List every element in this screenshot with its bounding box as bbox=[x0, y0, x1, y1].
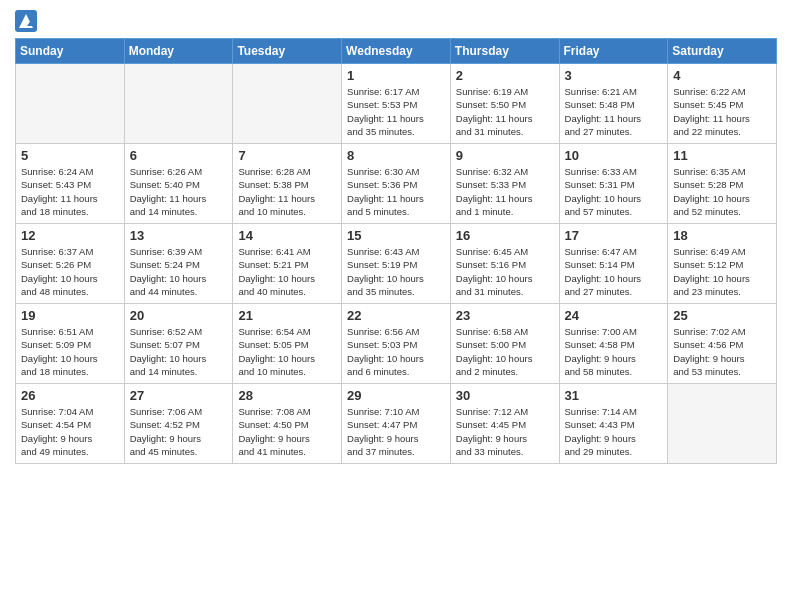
calendar-cell: 26Sunrise: 7:04 AM Sunset: 4:54 PM Dayli… bbox=[16, 384, 125, 464]
calendar-cell: 11Sunrise: 6:35 AM Sunset: 5:28 PM Dayli… bbox=[668, 144, 777, 224]
calendar-cell: 2Sunrise: 6:19 AM Sunset: 5:50 PM Daylig… bbox=[450, 64, 559, 144]
calendar-cell: 6Sunrise: 6:26 AM Sunset: 5:40 PM Daylig… bbox=[124, 144, 233, 224]
logo bbox=[15, 10, 37, 32]
day-number: 19 bbox=[21, 308, 119, 323]
week-row-4: 26Sunrise: 7:04 AM Sunset: 4:54 PM Dayli… bbox=[16, 384, 777, 464]
week-row-3: 19Sunrise: 6:51 AM Sunset: 5:09 PM Dayli… bbox=[16, 304, 777, 384]
weekday-header-friday: Friday bbox=[559, 39, 668, 64]
day-info: Sunrise: 6:52 AM Sunset: 5:07 PM Dayligh… bbox=[130, 325, 228, 378]
day-number: 29 bbox=[347, 388, 445, 403]
day-info: Sunrise: 7:14 AM Sunset: 4:43 PM Dayligh… bbox=[565, 405, 663, 458]
day-info: Sunrise: 6:39 AM Sunset: 5:24 PM Dayligh… bbox=[130, 245, 228, 298]
calendar-cell: 21Sunrise: 6:54 AM Sunset: 5:05 PM Dayli… bbox=[233, 304, 342, 384]
day-number: 14 bbox=[238, 228, 336, 243]
week-row-0: 1Sunrise: 6:17 AM Sunset: 5:53 PM Daylig… bbox=[16, 64, 777, 144]
day-info: Sunrise: 7:08 AM Sunset: 4:50 PM Dayligh… bbox=[238, 405, 336, 458]
day-info: Sunrise: 6:58 AM Sunset: 5:00 PM Dayligh… bbox=[456, 325, 554, 378]
day-number: 9 bbox=[456, 148, 554, 163]
calendar-cell: 29Sunrise: 7:10 AM Sunset: 4:47 PM Dayli… bbox=[342, 384, 451, 464]
day-info: Sunrise: 7:10 AM Sunset: 4:47 PM Dayligh… bbox=[347, 405, 445, 458]
day-info: Sunrise: 6:49 AM Sunset: 5:12 PM Dayligh… bbox=[673, 245, 771, 298]
day-number: 3 bbox=[565, 68, 663, 83]
week-row-1: 5Sunrise: 6:24 AM Sunset: 5:43 PM Daylig… bbox=[16, 144, 777, 224]
calendar-cell: 16Sunrise: 6:45 AM Sunset: 5:16 PM Dayli… bbox=[450, 224, 559, 304]
day-info: Sunrise: 7:12 AM Sunset: 4:45 PM Dayligh… bbox=[456, 405, 554, 458]
day-number: 11 bbox=[673, 148, 771, 163]
calendar-cell: 3Sunrise: 6:21 AM Sunset: 5:48 PM Daylig… bbox=[559, 64, 668, 144]
day-info: Sunrise: 6:24 AM Sunset: 5:43 PM Dayligh… bbox=[21, 165, 119, 218]
day-number: 30 bbox=[456, 388, 554, 403]
calendar-cell: 18Sunrise: 6:49 AM Sunset: 5:12 PM Dayli… bbox=[668, 224, 777, 304]
day-number: 6 bbox=[130, 148, 228, 163]
header bbox=[15, 10, 777, 32]
calendar-cell: 8Sunrise: 6:30 AM Sunset: 5:36 PM Daylig… bbox=[342, 144, 451, 224]
day-number: 26 bbox=[21, 388, 119, 403]
day-info: Sunrise: 6:22 AM Sunset: 5:45 PM Dayligh… bbox=[673, 85, 771, 138]
day-number: 25 bbox=[673, 308, 771, 323]
day-number: 17 bbox=[565, 228, 663, 243]
weekday-header-thursday: Thursday bbox=[450, 39, 559, 64]
day-number: 16 bbox=[456, 228, 554, 243]
day-number: 27 bbox=[130, 388, 228, 403]
calendar-cell bbox=[668, 384, 777, 464]
calendar-cell bbox=[16, 64, 125, 144]
day-info: Sunrise: 7:04 AM Sunset: 4:54 PM Dayligh… bbox=[21, 405, 119, 458]
calendar-cell bbox=[124, 64, 233, 144]
day-info: Sunrise: 6:30 AM Sunset: 5:36 PM Dayligh… bbox=[347, 165, 445, 218]
day-number: 18 bbox=[673, 228, 771, 243]
day-info: Sunrise: 6:28 AM Sunset: 5:38 PM Dayligh… bbox=[238, 165, 336, 218]
calendar-cell: 23Sunrise: 6:58 AM Sunset: 5:00 PM Dayli… bbox=[450, 304, 559, 384]
weekday-header-monday: Monday bbox=[124, 39, 233, 64]
calendar-cell: 22Sunrise: 6:56 AM Sunset: 5:03 PM Dayli… bbox=[342, 304, 451, 384]
day-number: 10 bbox=[565, 148, 663, 163]
calendar-cell: 9Sunrise: 6:32 AM Sunset: 5:33 PM Daylig… bbox=[450, 144, 559, 224]
calendar-cell: 25Sunrise: 7:02 AM Sunset: 4:56 PM Dayli… bbox=[668, 304, 777, 384]
day-info: Sunrise: 6:32 AM Sunset: 5:33 PM Dayligh… bbox=[456, 165, 554, 218]
calendar-cell: 13Sunrise: 6:39 AM Sunset: 5:24 PM Dayli… bbox=[124, 224, 233, 304]
calendar-cell: 12Sunrise: 6:37 AM Sunset: 5:26 PM Dayli… bbox=[16, 224, 125, 304]
day-info: Sunrise: 6:33 AM Sunset: 5:31 PM Dayligh… bbox=[565, 165, 663, 218]
calendar-cell: 17Sunrise: 6:47 AM Sunset: 5:14 PM Dayli… bbox=[559, 224, 668, 304]
calendar-cell: 31Sunrise: 7:14 AM Sunset: 4:43 PM Dayli… bbox=[559, 384, 668, 464]
weekday-header-sunday: Sunday bbox=[16, 39, 125, 64]
calendar-cell: 14Sunrise: 6:41 AM Sunset: 5:21 PM Dayli… bbox=[233, 224, 342, 304]
day-info: Sunrise: 7:06 AM Sunset: 4:52 PM Dayligh… bbox=[130, 405, 228, 458]
day-number: 7 bbox=[238, 148, 336, 163]
day-number: 8 bbox=[347, 148, 445, 163]
day-number: 28 bbox=[238, 388, 336, 403]
day-number: 20 bbox=[130, 308, 228, 323]
day-info: Sunrise: 7:00 AM Sunset: 4:58 PM Dayligh… bbox=[565, 325, 663, 378]
day-number: 21 bbox=[238, 308, 336, 323]
calendar-cell: 15Sunrise: 6:43 AM Sunset: 5:19 PM Dayli… bbox=[342, 224, 451, 304]
calendar-cell: 5Sunrise: 6:24 AM Sunset: 5:43 PM Daylig… bbox=[16, 144, 125, 224]
day-info: Sunrise: 6:47 AM Sunset: 5:14 PM Dayligh… bbox=[565, 245, 663, 298]
calendar-cell: 28Sunrise: 7:08 AM Sunset: 4:50 PM Dayli… bbox=[233, 384, 342, 464]
day-info: Sunrise: 6:19 AM Sunset: 5:50 PM Dayligh… bbox=[456, 85, 554, 138]
weekday-header-saturday: Saturday bbox=[668, 39, 777, 64]
day-info: Sunrise: 6:17 AM Sunset: 5:53 PM Dayligh… bbox=[347, 85, 445, 138]
week-row-2: 12Sunrise: 6:37 AM Sunset: 5:26 PM Dayli… bbox=[16, 224, 777, 304]
day-number: 22 bbox=[347, 308, 445, 323]
day-number: 4 bbox=[673, 68, 771, 83]
day-number: 1 bbox=[347, 68, 445, 83]
day-number: 31 bbox=[565, 388, 663, 403]
day-info: Sunrise: 7:02 AM Sunset: 4:56 PM Dayligh… bbox=[673, 325, 771, 378]
day-number: 12 bbox=[21, 228, 119, 243]
day-number: 23 bbox=[456, 308, 554, 323]
day-info: Sunrise: 6:37 AM Sunset: 5:26 PM Dayligh… bbox=[21, 245, 119, 298]
day-number: 5 bbox=[21, 148, 119, 163]
calendar-cell: 10Sunrise: 6:33 AM Sunset: 5:31 PM Dayli… bbox=[559, 144, 668, 224]
day-number: 24 bbox=[565, 308, 663, 323]
calendar-cell: 19Sunrise: 6:51 AM Sunset: 5:09 PM Dayli… bbox=[16, 304, 125, 384]
day-number: 2 bbox=[456, 68, 554, 83]
calendar-cell: 27Sunrise: 7:06 AM Sunset: 4:52 PM Dayli… bbox=[124, 384, 233, 464]
calendar-cell: 30Sunrise: 7:12 AM Sunset: 4:45 PM Dayli… bbox=[450, 384, 559, 464]
weekday-header-tuesday: Tuesday bbox=[233, 39, 342, 64]
day-info: Sunrise: 6:54 AM Sunset: 5:05 PM Dayligh… bbox=[238, 325, 336, 378]
calendar-cell: 4Sunrise: 6:22 AM Sunset: 5:45 PM Daylig… bbox=[668, 64, 777, 144]
calendar-cell: 1Sunrise: 6:17 AM Sunset: 5:53 PM Daylig… bbox=[342, 64, 451, 144]
calendar-cell bbox=[233, 64, 342, 144]
day-info: Sunrise: 6:35 AM Sunset: 5:28 PM Dayligh… bbox=[673, 165, 771, 218]
day-info: Sunrise: 6:41 AM Sunset: 5:21 PM Dayligh… bbox=[238, 245, 336, 298]
page-container: SundayMondayTuesdayWednesdayThursdayFrid… bbox=[0, 0, 792, 474]
